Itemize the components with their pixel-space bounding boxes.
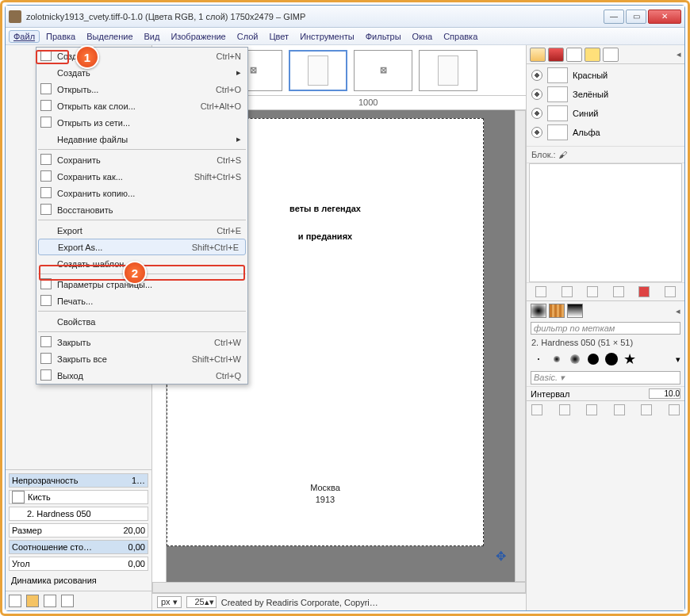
brush-preset[interactable] xyxy=(549,351,565,367)
menu-item-закрыть-все[interactable]: Закрыть всеShift+Ctrl+W xyxy=(36,350,247,367)
brush-preset[interactable]: ★ xyxy=(622,351,638,367)
delete-channel-icon[interactable] xyxy=(665,286,676,297)
duplicate-channel-icon[interactable] xyxy=(613,286,624,297)
menu-item-открыть-как-слои-[interactable]: Открыть как слои...Ctrl+Alt+O xyxy=(36,98,247,114)
lower-channel-icon[interactable] xyxy=(587,286,598,297)
delete-brush-icon[interactable] xyxy=(614,404,625,415)
menu-image[interactable]: Изображение xyxy=(166,30,230,43)
size-row[interactable]: Размер 20,00 xyxy=(9,523,148,538)
tab-gradients[interactable] xyxy=(567,304,583,318)
restore-preset-icon[interactable] xyxy=(26,595,39,607)
menu-tools[interactable]: Инструменты xyxy=(295,30,359,43)
menu-layer[interactable]: Слой xyxy=(232,30,263,43)
tag-filter-input[interactable]: фильтр по меткам xyxy=(531,322,680,335)
menu-item-свойства[interactable]: Свойства xyxy=(36,313,247,330)
reset-preset-icon[interactable] xyxy=(61,595,74,607)
aspect-row[interactable]: Соотношение сто… 0,00 xyxy=(9,540,148,554)
menu-select[interactable]: Выделение xyxy=(82,30,137,43)
menu-item-открыть-[interactable]: Открыть...Ctrl+O xyxy=(36,81,247,98)
minimize-button[interactable]: — xyxy=(604,10,624,24)
tab-patterns[interactable] xyxy=(549,304,565,318)
brush-preset[interactable] xyxy=(604,351,619,367)
aspect-value: 0,00 xyxy=(128,542,145,552)
menu-item-сохранить-копию-[interactable]: Сохранить копию... xyxy=(36,185,247,201)
delete-preset-icon[interactable] xyxy=(44,595,56,607)
tab-more[interactable] xyxy=(603,48,619,62)
menu-filters[interactable]: Фильтры xyxy=(361,30,406,43)
thumb-3[interactable] xyxy=(289,50,347,91)
menu-item-выход[interactable]: ВыходCtrl+Q xyxy=(36,367,247,384)
angle-row[interactable]: Угол 0,00 xyxy=(9,557,148,571)
menu-item-label: Сохранить копию... xyxy=(57,189,135,198)
menu-item-export-as-[interactable]: Export As...Shift+Ctrl+E xyxy=(38,239,246,255)
channel-blue[interactable]: Синий xyxy=(527,104,684,123)
window-title: zolotnicky1913_cvety.tiff-0-1.0 (Цвета R… xyxy=(26,12,604,21)
thumb-4[interactable]: ⊠ xyxy=(354,50,412,91)
menu-edit[interactable]: Правка xyxy=(41,30,80,43)
menu-windows[interactable]: Окна xyxy=(408,30,438,43)
menu-item-hotkey: Shift+Ctrl+S xyxy=(194,172,241,182)
opacity-row[interactable]: Непрозрачность 1… xyxy=(9,473,148,488)
close-button[interactable]: ✕ xyxy=(648,10,681,24)
refresh-brush-icon[interactable] xyxy=(641,404,652,415)
brush-preset-label[interactable]: Basic. ▾ xyxy=(531,371,680,385)
to-selection-icon[interactable] xyxy=(638,286,650,297)
menu-item-label: Свойства xyxy=(57,317,95,327)
brush-scroll-down-icon[interactable]: ▾ xyxy=(676,354,680,365)
menu-file[interactable]: Файл xyxy=(9,30,40,43)
menu-item-label: Недавние файлы xyxy=(57,135,128,144)
zoom-field[interactable]: 25▴▾ xyxy=(186,596,217,608)
menu-item-сохранить[interactable]: СохранитьCtrl+S xyxy=(36,151,247,168)
eye-icon[interactable] xyxy=(531,108,542,119)
raise-channel-icon[interactable] xyxy=(562,286,573,297)
status-message: Created by Readiris Corporate, Copyri… xyxy=(221,598,378,607)
unit-selector[interactable]: px ▾ xyxy=(157,596,182,608)
dock-menu-icon[interactable]: ◂ xyxy=(676,306,680,316)
dynamics-row[interactable]: Динамика рисования xyxy=(9,573,148,587)
brush-name-row[interactable]: 2. Hardness 050 xyxy=(9,507,148,521)
brush-preset[interactable] xyxy=(531,351,546,367)
save-preset-icon[interactable] xyxy=(9,595,21,607)
navigate-icon[interactable]: ✥ xyxy=(496,549,510,563)
angle-label: Угол xyxy=(12,559,30,568)
brush-select-row[interactable]: Кисть xyxy=(9,490,148,504)
menu-item-icon xyxy=(40,100,52,111)
lock-brush-icon[interactable]: 🖌 xyxy=(558,150,567,159)
edit-brush-icon[interactable] xyxy=(531,404,542,415)
channel-alpha[interactable]: Альфа xyxy=(527,123,684,142)
thumb-5[interactable] xyxy=(419,50,477,91)
menu-item-export[interactable]: ExportCtrl+E xyxy=(36,222,247,239)
tab-paths[interactable] xyxy=(566,48,582,62)
duplicate-brush-icon[interactable] xyxy=(586,404,597,415)
eye-icon[interactable] xyxy=(531,70,542,81)
menu-item-закрыть[interactable]: ЗакрытьCtrl+W xyxy=(36,334,247,350)
tab-layers[interactable] xyxy=(530,48,546,62)
menu-item-открыть-из-сети-[interactable]: Открыть из сети... xyxy=(36,114,247,131)
dock-menu-icon[interactable]: ◂ xyxy=(677,49,681,59)
brush-preset[interactable] xyxy=(567,351,583,367)
scrollbar-horizontal[interactable] xyxy=(152,582,526,593)
open-as-image-icon[interactable] xyxy=(669,404,680,415)
menu-item-восстановить[interactable]: Восстановить xyxy=(36,201,247,218)
new-channel-icon[interactable] xyxy=(535,286,546,297)
spacing-input[interactable] xyxy=(649,388,680,399)
menu-item-создать-[interactable]: Создать...Ctrl+N xyxy=(36,48,247,64)
menu-item-недавние-файлы[interactable]: Недавние файлы▸ xyxy=(36,131,247,147)
tab-channels[interactable] xyxy=(548,48,564,62)
brush-preset[interactable] xyxy=(585,351,601,367)
eye-icon[interactable] xyxy=(531,127,542,138)
channel-green[interactable]: Зелёный xyxy=(527,85,684,104)
menu-color[interactable]: Цвет xyxy=(264,30,293,43)
tab-brushes[interactable] xyxy=(531,304,546,318)
menu-item-сохранить-как-[interactable]: Сохранить как...Shift+Ctrl+S xyxy=(36,168,247,185)
eye-icon[interactable] xyxy=(531,89,542,100)
menu-view[interactable]: Вид xyxy=(140,30,165,43)
scrollbar-vertical[interactable] xyxy=(515,110,526,582)
menu-item-печать-[interactable]: Печать... xyxy=(36,293,247,309)
menu-help[interactable]: Справка xyxy=(439,30,482,43)
channel-red[interactable]: Красный xyxy=(527,66,684,85)
tab-undo[interactable] xyxy=(585,48,600,62)
menu-item-создать[interactable]: Создать▸ xyxy=(36,64,247,81)
maximize-button[interactable]: ▭ xyxy=(626,10,646,24)
new-brush-icon[interactable] xyxy=(559,404,570,415)
